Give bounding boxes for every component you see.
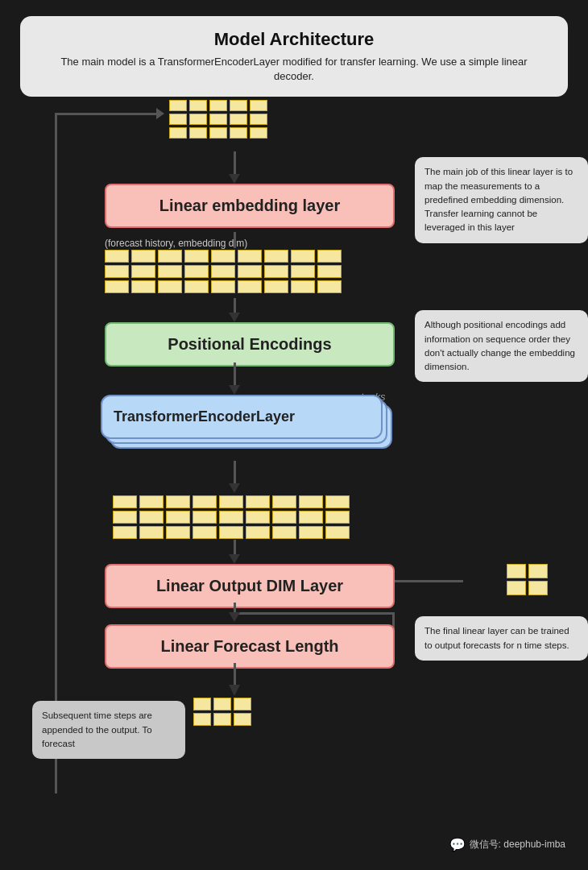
paren-label: (forecast history, embedding dim) [105,238,247,249]
h-conn-branch [234,612,395,615]
conn1 [234,151,236,176]
bottom-annotation: Subsequent time steps are appended to th… [32,701,185,759]
transformer-label: TransformerEncoderLayer [114,408,295,425]
top-horizontal-line [55,113,159,115]
conn5 [234,461,236,485]
output-grid-matrix [113,495,350,539]
positional-encodings-layer: Positional Encodings [105,322,395,367]
annotation-positional: Although positional encodings add inform… [415,310,588,382]
linear-forecast-box: Linear Forecast Length [105,624,395,669]
conn2 [234,232,236,248]
annotation-forecast: The final linear layer can be trained to… [415,616,588,661]
linear-embedding-box: Linear embedding layer [105,184,395,228]
left-vertical-line [55,113,57,793]
bottom-annotation-text: Subsequent time steps are appended to th… [32,701,185,759]
main-title: Model Architecture [39,29,549,50]
conn8 [234,663,236,687]
linear-output-dim-box: Linear Output DIM Layer [105,564,395,608]
arrow3 [229,385,240,395]
arrow1 [229,174,240,184]
linear-embedding-layer: Linear embedding layer [105,184,395,228]
arrow7 [229,685,240,696]
arrow2 [229,313,240,322]
conn4 [234,362,236,387]
bottom-small-grid [193,698,251,726]
subtitle: The main model is a TransformerEncoderLa… [39,55,549,84]
annotation-linear-embedding: The main job of this linear layer is to … [415,157,588,242]
diagram-container: Model Architecture The main model is a T… [0,0,588,870]
conn3 [234,298,236,314]
wechat-watermark: 💬 微信号: deephub-imba [449,837,565,852]
top-grid-matrix [169,100,267,139]
small-grid-container [507,564,548,595]
annotation-forecast-text: The final linear layer can be trained to… [415,616,588,661]
transformer-stack: TransformerEncoderLayer [101,395,399,459]
annotation-embedding-text: The main job of this linear layer is to … [415,157,588,242]
wechat-text: 微信号: deephub-imba [470,838,565,851]
conn6 [234,540,236,556]
linear-output-dim-layer: Linear Output DIM Layer [105,564,395,608]
top-arrow-head [156,108,164,119]
positional-encodings-box: Positional Encodings [105,322,395,367]
arrow5 [229,554,240,564]
arrow6 [229,612,240,622]
h-branch-line [395,580,463,582]
transformer-main-box: TransformerEncoderLayer [101,395,383,439]
linear-forecast-layer: Linear Forecast Length [105,624,395,669]
arrow4 [229,483,240,493]
wide-grid-matrix [105,250,342,293]
title-box: Model Architecture The main model is a T… [20,16,568,97]
annotation-positional-text: Although positional encodings add inform… [415,310,588,382]
